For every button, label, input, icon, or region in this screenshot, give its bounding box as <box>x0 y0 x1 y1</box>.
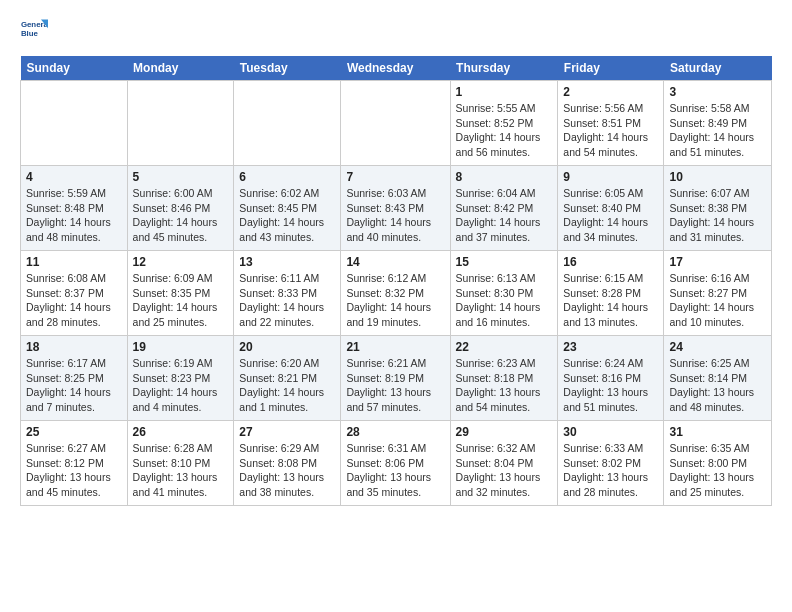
day-detail: Sunrise: 6:09 AM Sunset: 8:35 PM Dayligh… <box>133 271 229 330</box>
calendar-cell: 25Sunrise: 6:27 AM Sunset: 8:12 PM Dayli… <box>21 421 128 506</box>
day-detail: Sunrise: 6:13 AM Sunset: 8:30 PM Dayligh… <box>456 271 553 330</box>
weekday-header-wednesday: Wednesday <box>341 56 450 81</box>
day-detail: Sunrise: 6:20 AM Sunset: 8:21 PM Dayligh… <box>239 356 335 415</box>
day-number: 17 <box>669 255 766 269</box>
day-detail: Sunrise: 5:58 AM Sunset: 8:49 PM Dayligh… <box>669 101 766 160</box>
day-detail: Sunrise: 6:05 AM Sunset: 8:40 PM Dayligh… <box>563 186 658 245</box>
day-number: 6 <box>239 170 335 184</box>
calendar-cell: 18Sunrise: 6:17 AM Sunset: 8:25 PM Dayli… <box>21 336 128 421</box>
calendar-cell: 14Sunrise: 6:12 AM Sunset: 8:32 PM Dayli… <box>341 251 450 336</box>
day-detail: Sunrise: 6:19 AM Sunset: 8:23 PM Dayligh… <box>133 356 229 415</box>
calendar-cell <box>127 81 234 166</box>
day-number: 8 <box>456 170 553 184</box>
day-number: 5 <box>133 170 229 184</box>
calendar-cell: 15Sunrise: 6:13 AM Sunset: 8:30 PM Dayli… <box>450 251 558 336</box>
day-detail: Sunrise: 6:17 AM Sunset: 8:25 PM Dayligh… <box>26 356 122 415</box>
day-detail: Sunrise: 6:15 AM Sunset: 8:28 PM Dayligh… <box>563 271 658 330</box>
svg-text:Blue: Blue <box>21 29 39 38</box>
weekday-header-monday: Monday <box>127 56 234 81</box>
day-detail: Sunrise: 6:07 AM Sunset: 8:38 PM Dayligh… <box>669 186 766 245</box>
day-number: 15 <box>456 255 553 269</box>
day-detail: Sunrise: 6:24 AM Sunset: 8:16 PM Dayligh… <box>563 356 658 415</box>
calendar-cell: 12Sunrise: 6:09 AM Sunset: 8:35 PM Dayli… <box>127 251 234 336</box>
calendar-cell: 11Sunrise: 6:08 AM Sunset: 8:37 PM Dayli… <box>21 251 128 336</box>
day-detail: Sunrise: 6:35 AM Sunset: 8:00 PM Dayligh… <box>669 441 766 500</box>
day-detail: Sunrise: 6:23 AM Sunset: 8:18 PM Dayligh… <box>456 356 553 415</box>
calendar-cell: 8Sunrise: 6:04 AM Sunset: 8:42 PM Daylig… <box>450 166 558 251</box>
day-number: 7 <box>346 170 444 184</box>
calendar-cell <box>341 81 450 166</box>
day-number: 31 <box>669 425 766 439</box>
day-number: 10 <box>669 170 766 184</box>
day-number: 13 <box>239 255 335 269</box>
calendar-cell <box>234 81 341 166</box>
calendar-cell <box>21 81 128 166</box>
day-detail: Sunrise: 6:27 AM Sunset: 8:12 PM Dayligh… <box>26 441 122 500</box>
day-detail: Sunrise: 6:25 AM Sunset: 8:14 PM Dayligh… <box>669 356 766 415</box>
weekday-header-thursday: Thursday <box>450 56 558 81</box>
calendar-cell: 27Sunrise: 6:29 AM Sunset: 8:08 PM Dayli… <box>234 421 341 506</box>
logo: General Blue <box>20 16 52 44</box>
day-number: 23 <box>563 340 658 354</box>
day-number: 22 <box>456 340 553 354</box>
day-detail: Sunrise: 6:16 AM Sunset: 8:27 PM Dayligh… <box>669 271 766 330</box>
day-number: 19 <box>133 340 229 354</box>
calendar-cell: 23Sunrise: 6:24 AM Sunset: 8:16 PM Dayli… <box>558 336 664 421</box>
day-detail: Sunrise: 6:28 AM Sunset: 8:10 PM Dayligh… <box>133 441 229 500</box>
day-number: 11 <box>26 255 122 269</box>
calendar-cell: 7Sunrise: 6:03 AM Sunset: 8:43 PM Daylig… <box>341 166 450 251</box>
day-detail: Sunrise: 6:33 AM Sunset: 8:02 PM Dayligh… <box>563 441 658 500</box>
calendar-cell: 30Sunrise: 6:33 AM Sunset: 8:02 PM Dayli… <box>558 421 664 506</box>
calendar-cell: 4Sunrise: 5:59 AM Sunset: 8:48 PM Daylig… <box>21 166 128 251</box>
day-number: 30 <box>563 425 658 439</box>
day-number: 20 <box>239 340 335 354</box>
calendar-cell: 19Sunrise: 6:19 AM Sunset: 8:23 PM Dayli… <box>127 336 234 421</box>
weekday-header-friday: Friday <box>558 56 664 81</box>
day-number: 28 <box>346 425 444 439</box>
calendar-cell: 28Sunrise: 6:31 AM Sunset: 8:06 PM Dayli… <box>341 421 450 506</box>
calendar-cell: 3Sunrise: 5:58 AM Sunset: 8:49 PM Daylig… <box>664 81 772 166</box>
calendar-cell: 20Sunrise: 6:20 AM Sunset: 8:21 PM Dayli… <box>234 336 341 421</box>
day-number: 9 <box>563 170 658 184</box>
calendar-cell: 31Sunrise: 6:35 AM Sunset: 8:00 PM Dayli… <box>664 421 772 506</box>
calendar-cell: 22Sunrise: 6:23 AM Sunset: 8:18 PM Dayli… <box>450 336 558 421</box>
day-number: 1 <box>456 85 553 99</box>
day-number: 29 <box>456 425 553 439</box>
calendar-cell: 21Sunrise: 6:21 AM Sunset: 8:19 PM Dayli… <box>341 336 450 421</box>
general-blue-icon: General Blue <box>20 16 48 44</box>
day-detail: Sunrise: 6:29 AM Sunset: 8:08 PM Dayligh… <box>239 441 335 500</box>
calendar-cell: 24Sunrise: 6:25 AM Sunset: 8:14 PM Dayli… <box>664 336 772 421</box>
calendar-cell: 2Sunrise: 5:56 AM Sunset: 8:51 PM Daylig… <box>558 81 664 166</box>
day-number: 16 <box>563 255 658 269</box>
calendar-cell: 29Sunrise: 6:32 AM Sunset: 8:04 PM Dayli… <box>450 421 558 506</box>
day-detail: Sunrise: 6:11 AM Sunset: 8:33 PM Dayligh… <box>239 271 335 330</box>
day-detail: Sunrise: 6:04 AM Sunset: 8:42 PM Dayligh… <box>456 186 553 245</box>
day-number: 26 <box>133 425 229 439</box>
day-detail: Sunrise: 6:08 AM Sunset: 8:37 PM Dayligh… <box>26 271 122 330</box>
day-number: 24 <box>669 340 766 354</box>
day-detail: Sunrise: 6:32 AM Sunset: 8:04 PM Dayligh… <box>456 441 553 500</box>
day-detail: Sunrise: 6:00 AM Sunset: 8:46 PM Dayligh… <box>133 186 229 245</box>
calendar-cell: 9Sunrise: 6:05 AM Sunset: 8:40 PM Daylig… <box>558 166 664 251</box>
day-number: 21 <box>346 340 444 354</box>
day-detail: Sunrise: 6:21 AM Sunset: 8:19 PM Dayligh… <box>346 356 444 415</box>
calendar-cell: 13Sunrise: 6:11 AM Sunset: 8:33 PM Dayli… <box>234 251 341 336</box>
day-number: 12 <box>133 255 229 269</box>
weekday-header-sunday: Sunday <box>21 56 128 81</box>
weekday-header-saturday: Saturday <box>664 56 772 81</box>
calendar-cell: 26Sunrise: 6:28 AM Sunset: 8:10 PM Dayli… <box>127 421 234 506</box>
day-number: 18 <box>26 340 122 354</box>
day-number: 3 <box>669 85 766 99</box>
day-number: 4 <box>26 170 122 184</box>
calendar-cell: 5Sunrise: 6:00 AM Sunset: 8:46 PM Daylig… <box>127 166 234 251</box>
day-detail: Sunrise: 6:31 AM Sunset: 8:06 PM Dayligh… <box>346 441 444 500</box>
calendar-cell: 10Sunrise: 6:07 AM Sunset: 8:38 PM Dayli… <box>664 166 772 251</box>
calendar-cell: 6Sunrise: 6:02 AM Sunset: 8:45 PM Daylig… <box>234 166 341 251</box>
day-detail: Sunrise: 5:55 AM Sunset: 8:52 PM Dayligh… <box>456 101 553 160</box>
day-number: 14 <box>346 255 444 269</box>
day-detail: Sunrise: 6:12 AM Sunset: 8:32 PM Dayligh… <box>346 271 444 330</box>
day-detail: Sunrise: 6:02 AM Sunset: 8:45 PM Dayligh… <box>239 186 335 245</box>
day-number: 27 <box>239 425 335 439</box>
day-number: 2 <box>563 85 658 99</box>
day-detail: Sunrise: 5:59 AM Sunset: 8:48 PM Dayligh… <box>26 186 122 245</box>
